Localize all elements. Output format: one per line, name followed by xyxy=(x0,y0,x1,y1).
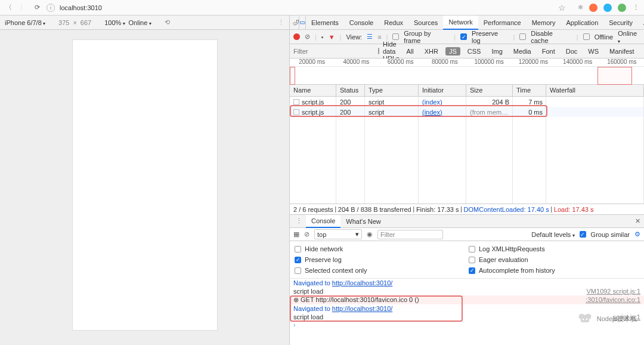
timeline-tick: 80000 ms xyxy=(423,58,467,66)
network-status: 2 / 6 requests | 204 B / 838 B transferr… xyxy=(290,204,644,215)
tab-network[interactable]: Network xyxy=(443,16,478,30)
filter-manifest[interactable]: Manifest xyxy=(606,47,638,56)
filter-input[interactable] xyxy=(293,47,359,56)
console-filter[interactable]: Filter xyxy=(377,230,443,239)
extension-icon[interactable] xyxy=(618,4,626,12)
filter-img[interactable]: Img xyxy=(488,47,506,56)
svg-point-0 xyxy=(582,319,584,321)
filter-ws[interactable]: WS xyxy=(584,47,602,56)
throttle-select[interactable]: Online xyxy=(618,30,640,44)
col-type[interactable]: Type xyxy=(365,85,419,96)
device-mode-icon[interactable]: ▭ xyxy=(299,16,306,29)
close-drawer-icon[interactable]: ✕ xyxy=(631,217,644,225)
extension-icon[interactable] xyxy=(589,4,597,12)
zoom-select[interactable]: 100% xyxy=(104,19,125,26)
col-initiator[interactable]: Initiator xyxy=(419,85,466,96)
drawer-menu-icon[interactable]: ⋮ xyxy=(292,217,306,225)
view-large-icon[interactable]: ☰ xyxy=(367,33,373,41)
filter-css[interactable]: CSS xyxy=(464,47,485,56)
forward-button[interactable]: 〉 xyxy=(18,3,27,13)
preserve-log-checkbox[interactable]: ✓ xyxy=(460,33,467,40)
opt-label: Log XMLHttpRequests xyxy=(479,245,545,252)
tab-elements[interactable]: Elements xyxy=(306,16,344,30)
filter-font[interactable]: Font xyxy=(538,47,559,56)
tab-sources[interactable]: Sources xyxy=(408,16,443,30)
filter-icon[interactable]: ▼ xyxy=(329,33,335,41)
extension-icon[interactable] xyxy=(603,4,612,12)
tab-audits[interactable]: Audits xyxy=(638,16,644,30)
throttle-select[interactable]: Online xyxy=(129,19,151,26)
tab-security[interactable]: Security xyxy=(603,16,638,30)
group-frame-checkbox[interactable] xyxy=(392,33,399,40)
log-source[interactable]: VM1092 script.js:1 xyxy=(587,288,640,295)
inspect-icon[interactable]: ⮰ xyxy=(292,16,299,29)
timeline-tick: 100000 ms xyxy=(467,58,511,66)
filter-other[interactable]: Other xyxy=(642,47,644,56)
extension-icon[interactable]: ✱ xyxy=(578,4,583,11)
col-status[interactable]: Status xyxy=(336,85,365,96)
watermark: Nodejs技术栈 xyxy=(577,312,637,326)
group-similar-checkbox[interactable]: ✓ xyxy=(580,231,586,238)
menu-icon[interactable]: ⋮ xyxy=(631,3,640,13)
sidebar-toggle-icon[interactable]: ▦ xyxy=(293,230,299,238)
offline-checkbox[interactable] xyxy=(583,33,590,40)
filter-js[interactable]: JS xyxy=(445,47,460,56)
disable-cache-checkbox[interactable] xyxy=(519,33,526,40)
record-button[interactable] xyxy=(293,33,300,40)
device-height[interactable]: 667 xyxy=(80,19,91,26)
address-bar[interactable]: localhost:3010 xyxy=(60,4,553,11)
network-timeline[interactable]: 20000 ms 40000 ms 60000 ms 80000 ms 1000… xyxy=(290,58,644,85)
log-xhr-checkbox[interactable] xyxy=(469,246,475,252)
more-icon[interactable]: ⋮ xyxy=(278,19,284,26)
camera-icon[interactable]: ▪ xyxy=(321,33,324,41)
device-width[interactable]: 375 xyxy=(58,19,69,26)
filter-xhr[interactable]: XHR xyxy=(421,47,442,56)
console-drawer-tabs: ⋮ Console What's New ✕ xyxy=(290,215,644,228)
tab-redux[interactable]: Redux xyxy=(379,16,408,30)
col-name[interactable]: Name xyxy=(290,85,336,96)
page-iframe[interactable] xyxy=(72,39,218,331)
bookmark-icon[interactable]: ☆ xyxy=(558,3,566,13)
tab-memory[interactable]: Memory xyxy=(527,16,561,30)
info-icon[interactable]: i xyxy=(47,4,55,12)
eager-eval-checkbox[interactable] xyxy=(469,257,475,263)
hide-data-urls-checkbox[interactable] xyxy=(378,48,379,54)
device-select[interactable]: iPhone 6/7/8 xyxy=(5,19,45,26)
filter-media[interactable]: Media xyxy=(510,47,535,56)
rotate-icon[interactable]: ⟲ xyxy=(165,19,170,26)
req-initiator[interactable]: (index) xyxy=(419,98,466,106)
highlight-box xyxy=(290,295,463,322)
devtools-tabs: ⮰ ▭ Elements Console Redux Sources Netwo… xyxy=(290,16,644,30)
tab-console[interactable]: Console xyxy=(344,16,379,30)
clear-console-icon[interactable]: ⊘ xyxy=(304,230,309,238)
selected-context-checkbox[interactable] xyxy=(295,267,301,274)
filter-all[interactable]: All xyxy=(403,47,417,56)
levels-select[interactable]: Default levels xyxy=(531,231,574,238)
tab-application[interactable]: Application xyxy=(561,16,603,30)
preview-area xyxy=(0,30,289,345)
drawer-tab-console[interactable]: Console xyxy=(306,215,340,228)
log-source[interactable]: :3010/favicon.ico:1 xyxy=(586,296,640,304)
console-log[interactable]: Navigated to http://localhost:3010/ scri… xyxy=(290,279,644,345)
autocomplete-checkbox[interactable]: ✓ xyxy=(469,267,475,274)
back-button[interactable]: 〈 xyxy=(4,3,13,13)
log-line: Navigated to http://localhost:3010/ xyxy=(290,279,644,287)
reload-button[interactable]: ⟳ xyxy=(32,3,42,13)
eye-icon[interactable]: ◉ xyxy=(367,230,373,238)
col-time[interactable]: Time xyxy=(513,85,546,96)
tab-performance[interactable]: Performance xyxy=(478,16,527,30)
hide-network-checkbox[interactable] xyxy=(295,246,301,252)
preserve-log-checkbox[interactable]: ✓ xyxy=(295,257,301,263)
status-requests: 2 / 6 requests xyxy=(293,206,333,213)
view-small-icon[interactable]: ≡ xyxy=(377,33,381,41)
context-select[interactable]: top▾ xyxy=(314,229,362,239)
filter-doc[interactable]: Doc xyxy=(562,47,581,56)
opt-label: Eager evaluation xyxy=(479,256,528,263)
group-frame-label: Group by frame xyxy=(404,30,449,44)
col-waterfall[interactable]: Waterfall xyxy=(546,85,644,96)
col-size[interactable]: Size xyxy=(466,85,513,96)
req-name: script.js xyxy=(302,98,324,106)
clear-icon[interactable]: ⊘ xyxy=(305,33,310,41)
drawer-tab-whatsnew[interactable]: What's New xyxy=(340,215,386,228)
settings-icon[interactable]: ⚙ xyxy=(634,230,640,238)
